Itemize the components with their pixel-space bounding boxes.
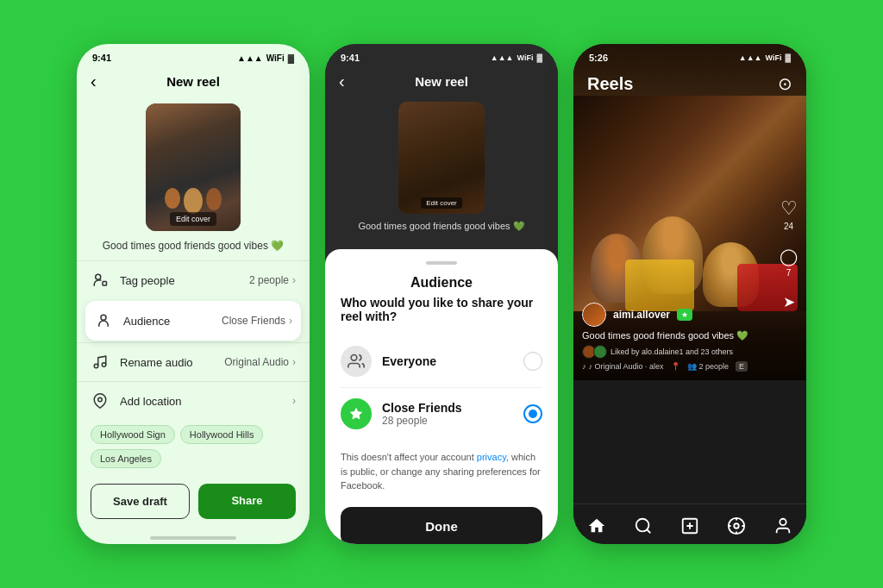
close-friends-icon: [341, 398, 372, 429]
silhouette-2: [184, 188, 203, 214]
audience-icon: [94, 311, 113, 330]
thumb-area-2: Edit cover: [325, 102, 558, 214]
star-badge-icon: ★: [681, 310, 688, 319]
nav-bar-1: ‹ New reel: [77, 66, 310, 98]
status-icons-3: ▲▲▲ WiFi ▓: [739, 53, 791, 62]
people-meta[interactable]: 👥 2 people: [687, 362, 730, 371]
share-button[interactable]: Share: [198, 484, 296, 519]
status-icons-1: ▲▲▲ WiFi ▓: [237, 53, 294, 63]
battery-icon: ▓: [288, 53, 294, 63]
reel-username[interactable]: aimi.allover: [613, 309, 670, 321]
audience-label: Audience: [123, 315, 222, 328]
battery-icon-2: ▓: [536, 53, 542, 62]
reels-title: Reels: [587, 74, 633, 94]
nav-profile[interactable]: [766, 513, 800, 539]
close-friends-info: Close Friends 28 people: [382, 401, 523, 427]
nav-search[interactable]: [626, 513, 661, 539]
menu-item-add-location[interactable]: Add location ›: [77, 381, 310, 420]
rename-audio-value: Original Audio: [224, 356, 289, 368]
audience-option-everyone[interactable]: Everyone: [341, 335, 542, 388]
time-1: 9:41: [92, 53, 111, 63]
svg-point-5: [98, 397, 103, 402]
reel-thumbnail-1[interactable]: Edit cover: [146, 103, 241, 231]
bottom-nav: [573, 504, 806, 544]
signal-icon: ▲▲▲: [237, 53, 263, 63]
user-row: aimi.allover ★: [582, 303, 759, 327]
rename-audio-icon: [91, 353, 110, 372]
phone-1: 9:41 ▲▲▲ WiFi ▓ ‹ New reel: [77, 44, 310, 544]
sheet-handle: [426, 261, 457, 265]
share-icon: ➤: [783, 293, 795, 311]
location-tag-1[interactable]: Hollywood Hills: [180, 425, 264, 444]
location-tag-2[interactable]: Los Angeles: [91, 449, 161, 468]
everyone-info: Everyone: [382, 354, 523, 368]
signal-icon-3: ▲▲▲: [739, 53, 762, 62]
nav-reels[interactable]: [719, 513, 754, 539]
audience-option-close-friends[interactable]: Close Friends 28 people: [341, 388, 542, 440]
svg-point-6: [351, 355, 357, 361]
comment-icon: ◯: [780, 247, 798, 266]
done-button[interactable]: Done: [341, 507, 542, 545]
radio-dot: [529, 410, 537, 418]
location-tag-0[interactable]: Hollywood Sign: [91, 425, 175, 444]
svg-line-9: [647, 529, 650, 533]
liked-avatar-2: [593, 345, 607, 359]
add-location-icon: [91, 391, 110, 410]
everyone-radio[interactable]: [523, 352, 542, 371]
home-indicator-1: [77, 531, 310, 544]
nav-create[interactable]: [673, 513, 707, 539]
privacy-note: This doesn't affect your account privacy…: [341, 450, 542, 493]
camera-icon[interactable]: ⊙: [778, 73, 792, 94]
svg-point-14: [734, 523, 739, 529]
people-area: [573, 96, 806, 311]
svg-point-3: [94, 364, 98, 368]
location-meta[interactable]: 📍: [671, 362, 680, 371]
menu-item-rename-audio[interactable]: Rename audio Original Audio ›: [77, 342, 310, 381]
status-bar-1: 9:41 ▲▲▲ WiFi ▓: [77, 44, 310, 66]
svg-point-2: [101, 315, 106, 320]
share-action[interactable]: ➤: [783, 293, 795, 311]
close-friends-radio[interactable]: [523, 404, 542, 423]
audio-meta[interactable]: ♪ ♪ Original Audio · alex: [582, 362, 664, 371]
tag-people-value: 2 people: [249, 274, 289, 286]
menu-item-audience[interactable]: Audience Close Friends ›: [85, 301, 301, 341]
reel-meta-row: ♪ ♪ Original Audio · alex 📍 👥 2 people E: [582, 361, 759, 372]
silhouette-3: [206, 188, 222, 210]
save-draft-button[interactable]: Save draft: [91, 484, 190, 519]
sheet-title: Audience: [341, 275, 542, 291]
menu-item-tag-people[interactable]: Tag people 2 people ›: [77, 260, 310, 299]
signal-icon-2: ▲▲▲: [491, 53, 514, 62]
comment-action[interactable]: ◯ 7: [780, 247, 798, 278]
edit-cover-2[interactable]: Edit cover: [421, 197, 462, 209]
reel-thumbnail-2: Edit cover: [398, 102, 485, 214]
tag-people-label: Tag people: [120, 274, 249, 287]
svg-point-4: [102, 363, 106, 367]
edit-cover-btn-1[interactable]: Edit cover: [170, 212, 216, 226]
tag-people-chevron: ›: [292, 274, 296, 286]
audio-icon: ♪: [582, 362, 586, 371]
share-question: Who would you like to share your reel wi…: [341, 296, 542, 323]
svg-point-8: [636, 519, 649, 532]
everyone-label: Everyone: [382, 354, 523, 368]
close-friends-badge: ★: [677, 309, 692, 321]
back-button-2[interactable]: ‹: [339, 72, 345, 91]
phone-3: 5:26 ▲▲▲ WiFi ▓ Reels ⊙: [573, 44, 806, 544]
liked-text: Liked by alo.dalaine1 and 23 others: [611, 347, 733, 356]
action-buttons-1: Save draft Share: [77, 477, 310, 531]
rename-audio-chevron: ›: [292, 356, 296, 368]
like-count: 24: [784, 222, 793, 231]
location-meta-icon: 📍: [671, 362, 680, 371]
svg-point-19: [780, 519, 786, 525]
nav-title-1: New reel: [166, 74, 220, 89]
nav-home[interactable]: [579, 513, 614, 539]
like-action[interactable]: ♡ 24: [780, 197, 798, 231]
caption-2: Good times good friends good vibes 💚: [325, 221, 558, 239]
back-button-1[interactable]: ‹: [91, 72, 97, 91]
close-friends-label: Close Friends: [382, 401, 523, 415]
battery-icon-3: ▓: [785, 53, 791, 62]
privacy-link[interactable]: privacy: [477, 452, 506, 462]
svg-marker-7: [350, 408, 361, 419]
wifi-icon-3: WiFi: [766, 53, 782, 62]
tag-people-icon: [91, 271, 110, 290]
thumbnail-image-1: Edit cover: [146, 103, 241, 231]
